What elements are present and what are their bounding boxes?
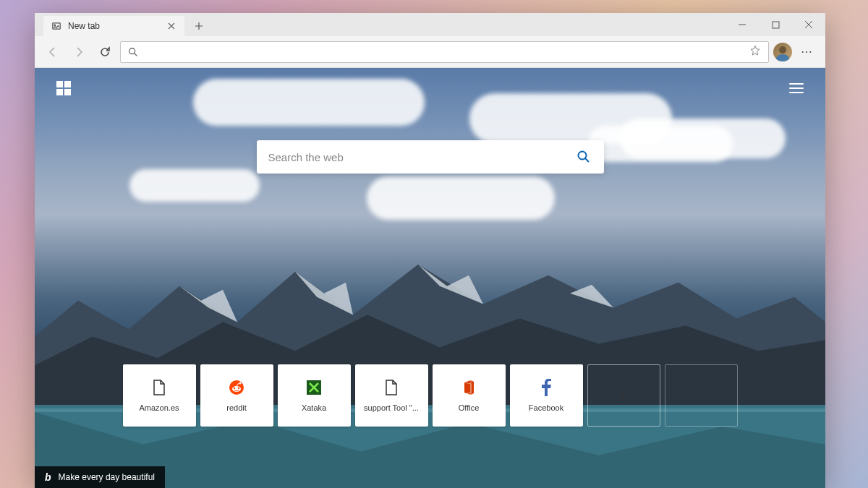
new-tab-page: Amazon.es reddit Xataka support Tool "..… [35,68,825,488]
svg-point-1 [54,25,56,26]
toolbar: ⋯ [35,36,825,68]
tile-label: Amazon.es [136,403,182,412]
bing-icon: b [45,471,51,483]
tile-office[interactable]: Office [433,364,506,427]
tile-label: Facebook [526,403,566,412]
tile-label: reddit [224,403,250,412]
quick-links: Amazon.es reddit Xataka support Tool "..… [123,364,738,427]
browser-window: New tab ⋯ [35,13,825,488]
tile-label: Office [456,403,482,412]
page-settings-button[interactable] [789,81,804,95]
maximize-button[interactable] [759,13,792,36]
svg-point-12 [234,388,235,389]
tile-amazon[interactable]: Amazon.es [123,364,196,427]
titlebar: New tab [35,13,825,36]
refresh-button[interactable] [94,41,116,63]
tab-active[interactable]: New tab [43,16,184,36]
tile-xataka[interactable]: Xataka [278,364,351,427]
file-icon [383,379,400,396]
file-icon [150,379,168,396]
svg-rect-8 [64,89,71,95]
address-input[interactable] [144,42,744,62]
tile-reddit[interactable]: reddit [200,364,273,427]
back-button[interactable] [42,41,64,63]
tab-close-button[interactable] [166,20,177,32]
tile-label: support Tool "... [361,403,422,412]
background-mountains [35,236,825,488]
forward-button[interactable] [68,41,90,63]
bing-caption-bar[interactable]: b Make every day beautiful [35,466,165,488]
svg-rect-7 [56,89,63,95]
web-search-box[interactable] [257,140,604,174]
settings-more-button[interactable]: ⋯ [796,41,818,63]
web-search-input[interactable] [268,151,575,163]
reddit-icon [228,379,245,396]
tile-label: Xataka [299,403,329,412]
svg-rect-6 [64,81,71,87]
address-bar[interactable] [120,41,769,63]
web-search-button[interactable] [575,148,592,166]
favorite-star-icon[interactable] [749,45,761,59]
tab-title: New tab [68,21,100,31]
xataka-icon [305,379,323,396]
new-tab-button[interactable] [189,16,209,36]
close-window-button[interactable] [792,13,825,36]
svg-point-14 [239,382,242,385]
tile-facebook[interactable]: Facebook [510,364,583,427]
window-controls [726,13,825,36]
plus-icon [615,387,632,404]
office-icon [460,379,477,396]
add-tile-button[interactable] [587,364,660,427]
svg-rect-2 [773,22,779,28]
svg-point-9 [578,152,586,160]
svg-point-13 [238,388,239,389]
tab-favicon-icon [51,20,62,32]
tile-support-tool[interactable]: support Tool "... [355,364,428,427]
facebook-icon [537,379,555,396]
bing-caption-text: Make every day beautiful [59,472,155,482]
tile-placeholder [665,364,738,427]
svg-rect-5 [56,81,63,87]
profile-avatar[interactable] [773,43,792,61]
minimize-button[interactable] [726,13,759,36]
address-search-icon [128,47,138,57]
svg-point-3 [129,48,135,53]
microsoft-logo-icon[interactable] [56,81,71,95]
